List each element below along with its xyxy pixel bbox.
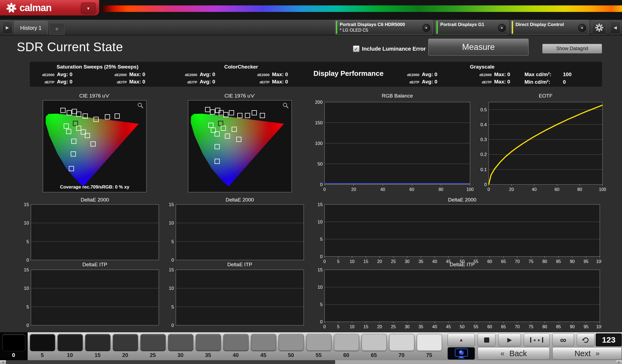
scroll-patches-up-button[interactable]: ▲ [448,333,475,346]
gray-patch-35[interactable] [196,334,221,351]
svg-text:60: 60 [487,324,492,329]
chevron-down-icon: ▼ [500,26,503,30]
scrollbar-thumb[interactable] [6,360,335,364]
stop-button[interactable] [478,333,495,346]
svg-text:60: 60 [555,187,559,192]
measurement-target-marker [67,110,72,115]
svg-text:40: 40 [380,187,385,192]
gray-patch-label: 50 [278,352,303,358]
svg-text:0: 0 [323,187,326,192]
svg-text:0.1: 0.1 [480,167,487,172]
pattern-window-button[interactable] [448,347,475,360]
meter-dropdown-display-control[interactable]: Direct Display Control ▼ [511,20,588,35]
page-title: SDR Current State [17,40,123,54]
gray-patch-55[interactable] [306,334,332,351]
deitp_grayscale-plot: 0510150510152025303540455055606570758085… [314,267,601,330]
range-bar-icon [542,337,543,343]
svg-text:0: 0 [320,254,323,259]
gray-patch-label: 45 [251,352,276,358]
metric-label: dE2000 [252,73,272,77]
meter-line1: Portrait Displays C6 HDR5000 [340,22,420,27]
chevron-down-icon: ▼ [425,26,428,30]
expand-left-panel-button[interactable]: ▶ [2,21,12,34]
svg-text:0: 0 [27,323,29,328]
show-datagrid-button[interactable]: Show Datagrid [542,44,602,53]
magnifier-icon[interactable] [282,102,289,109]
loop-button[interactable] [577,333,595,346]
meter-line1: Portrait Displays G1 [440,22,496,27]
gray-patch-40[interactable] [223,334,249,351]
gray-patch-label: 5 [30,352,55,358]
measure-button[interactable]: Measure [428,39,529,56]
tab-history-1[interactable]: History 1 [14,21,48,35]
metric-value: Max: 0 [129,72,170,77]
gray-patch-60[interactable] [334,334,359,351]
stop-icon [484,337,489,343]
gray-patch-20[interactable] [113,334,138,351]
metric-value: Max: 0 [272,72,313,77]
gray-patch-0[interactable] [2,334,25,351]
measure-button-label: Measure [462,42,495,52]
back-button[interactable]: « Back [478,347,550,360]
svg-text:50: 50 [460,259,465,264]
horizontal-scrollbar[interactable]: ◄ ► [0,360,622,364]
measurement-target-marker [221,126,226,131]
dropdown-arrow-button[interactable]: ▼ [498,24,506,32]
gray-patch-label: 60 [334,352,359,358]
metric-label: dEITP [252,80,272,84]
dropdown-arrow-button[interactable]: ▼ [422,24,430,32]
metric-label: dEITP [109,80,129,84]
gray-patch-5[interactable] [30,334,55,351]
meter-dropdown-colorimeter[interactable]: Portrait Displays C6 HDR5000 * LG OLED C… [335,20,433,35]
svg-text:45: 45 [446,259,451,264]
play-button[interactable]: ▶ [498,333,521,346]
svg-text:0.2: 0.2 [480,152,487,157]
chevron-up-icon: ▲ [459,337,464,342]
settings-button[interactable] [592,21,607,34]
next-button[interactable]: Next » [552,347,622,360]
gray-patch-10[interactable] [57,334,83,351]
svg-text:65: 65 [501,259,506,264]
gray-patch-75[interactable] [417,334,442,351]
gray-patch-30[interactable] [168,334,193,351]
continuous-measure-button[interactable]: ∞ [552,333,574,346]
measurement-target-marker [260,113,265,118]
dropdown-arrow-button[interactable]: ▼ [578,24,586,32]
gray-patch-label: 35 [196,352,221,358]
gray-patch-65[interactable] [361,334,387,351]
gray-patch-label: 55 [306,352,331,358]
meter-dropdown-pattern-generator[interactable]: Portrait Displays G1 ▼ [436,20,508,35]
svg-text:70: 70 [515,259,520,264]
gear-icon [595,23,604,32]
de2000_colorchecker-plot: 051015 [164,202,305,263]
gray-patch-70[interactable] [389,334,414,351]
chevron-double-left-icon: « [500,349,504,358]
svg-text:25: 25 [391,324,396,329]
deitp_saturation-plot: 051015 [19,267,160,328]
gray-patch-45[interactable] [251,334,276,351]
rgb-balance-chart: 050100150200020406080100 [314,99,474,194]
luminance-row: Max cd/m²:100 [524,72,572,77]
chevron-down-icon: ▼ [581,26,584,30]
svg-text:15: 15 [364,324,368,329]
magnifier-icon[interactable] [137,102,144,109]
gray-patch-50[interactable] [278,334,304,351]
metric-label: dE2000 [474,73,494,77]
arrow-right-icon: ► [618,361,620,363]
scrollbar-right-arrow[interactable]: ► [616,360,622,364]
range-mode-button[interactable]: ◄ ► [524,333,550,346]
gray-patch-25[interactable] [140,334,166,351]
svg-text:5: 5 [27,304,29,310]
gray-patch-15[interactable] [85,334,111,351]
scrollbar-left-arrow[interactable]: ◄ [0,360,6,364]
chart-title-cie-saturation: CIE 1976 u'v' [43,93,146,99]
add-tab-button[interactable]: + [49,23,64,35]
back-button-label: Back [509,349,527,358]
measurement-counter: 123 [596,333,622,346]
stats-row: dE2000Avg: 0dE2000Max: 0 [179,72,313,77]
include-luminance-checkbox[interactable]: ✓ [353,46,359,52]
expand-right-panel-button[interactable]: ◀ [610,21,620,34]
logo-dropdown-button[interactable]: ▼ [81,2,96,14]
luminance-label: Min cd/m²: [524,79,559,85]
svg-text:30: 30 [405,259,410,264]
